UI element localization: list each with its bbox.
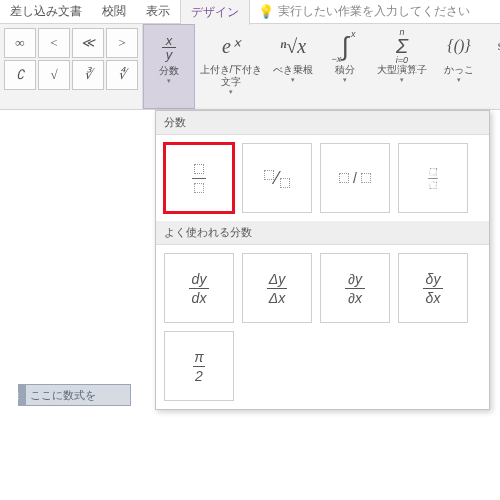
- radical-label: べき乗根: [273, 64, 313, 76]
- dropdown-header-common: よく使われる分数: [156, 221, 489, 245]
- tab-review[interactable]: 校閲: [92, 0, 136, 24]
- tab-view[interactable]: 表示: [136, 0, 180, 24]
- tab-design[interactable]: デザイン: [180, 0, 250, 25]
- sym-sqrt[interactable]: √: [38, 60, 70, 90]
- largeop-button[interactable]: n Σ i=0 大型演算子 ▾: [371, 24, 433, 109]
- chevron-down-icon: ▾: [167, 77, 171, 85]
- tab-mailmerge[interactable]: 差し込み文書: [0, 0, 92, 24]
- sym-fourthrt[interactable]: ∜: [106, 60, 138, 90]
- fraction-small[interactable]: [398, 143, 468, 213]
- fraction-dy-dx[interactable]: dydx: [164, 253, 234, 323]
- sym-cbrt[interactable]: ∛: [72, 60, 104, 90]
- ribbon-tabs: 差し込み文書 校閲 表示 デザイン 💡 実行したい作業を入力してください: [0, 0, 500, 24]
- integral-button[interactable]: ∫ x −x 積分 ▾: [319, 24, 371, 109]
- fraction-skewed[interactable]: ⁄: [242, 143, 312, 213]
- fraction-small-delta-y-x[interactable]: δyδx: [398, 253, 468, 323]
- fraction-label: 分数: [159, 65, 179, 77]
- fraction-icon: x y: [162, 29, 176, 65]
- ribbon-equation: ∞ < ≪ > ∁ √ ∛ ∜ x y 分数 ▾ eˣ 上付き/下付: [0, 24, 500, 110]
- sym-complement[interactable]: ∁: [4, 60, 36, 90]
- bracket-label: かっこ: [444, 64, 474, 76]
- integral-label: 積分: [335, 64, 355, 76]
- dropdown-header-fraction: 分数: [156, 111, 489, 135]
- fraction-dropdown: 分数 ⁄ / よく使われる分数 dydx ΔyΔx ∂y∂x δyδx π2: [155, 110, 490, 410]
- fraction-linear[interactable]: /: [320, 143, 390, 213]
- tell-me-box[interactable]: 💡 実行したい作業を入力してください: [250, 3, 478, 20]
- fraction-partial-y-x[interactable]: ∂y∂x: [320, 253, 390, 323]
- document-canvas[interactable]: ⋮⋮ ここに数式を: [0, 110, 155, 500]
- radical-button[interactable]: ⁿ√x べき乗根 ▾: [267, 24, 319, 109]
- sym-gt[interactable]: >: [106, 28, 138, 58]
- integral-icon: ∫ x −x: [341, 28, 348, 64]
- sym-infty[interactable]: ∞: [4, 28, 36, 58]
- structures-group: x y 分数 ▾ eˣ 上付き/下付き 文字 ▾ ⁿ√x べき乗根 ▾ ∫ x: [143, 24, 500, 109]
- radical-icon: ⁿ√x: [280, 28, 306, 64]
- script-icon: eˣ: [222, 28, 240, 64]
- fraction-delta-y-x[interactable]: ΔyΔx: [242, 253, 312, 323]
- chevron-down-icon: ▾: [457, 76, 461, 84]
- chevron-down-icon: ▾: [343, 76, 347, 84]
- chevron-down-icon: ▾: [291, 76, 295, 84]
- script-label: 上付き/下付き 文字: [200, 64, 263, 88]
- bulb-icon: 💡: [258, 4, 274, 19]
- chevron-down-icon: ▾: [400, 76, 404, 84]
- fraction-pi-2[interactable]: π2: [164, 331, 234, 401]
- sym-muchless[interactable]: ≪: [72, 28, 104, 58]
- bracket-icon: {()}: [447, 28, 470, 64]
- tell-me-placeholder: 実行したい作業を入力してください: [278, 3, 470, 20]
- largeop-label: 大型演算子: [377, 64, 427, 76]
- fraction-button[interactable]: x y 分数 ▾: [143, 24, 195, 109]
- function-button[interactable]: sin θ 関数 ▾: [485, 24, 500, 109]
- equation-placeholder[interactable]: ここに数式を: [25, 384, 131, 406]
- bracket-button[interactable]: {()} かっこ ▾: [433, 24, 485, 109]
- fraction-stacked[interactable]: [164, 143, 234, 213]
- chevron-down-icon: ▾: [229, 88, 233, 96]
- sym-lt[interactable]: <: [38, 28, 70, 58]
- script-button[interactable]: eˣ 上付き/下付き 文字 ▾: [195, 24, 267, 109]
- symbol-grid: ∞ < ≪ > ∁ √ ∛ ∜: [0, 24, 143, 109]
- sigma-icon: n Σ i=0: [396, 28, 408, 64]
